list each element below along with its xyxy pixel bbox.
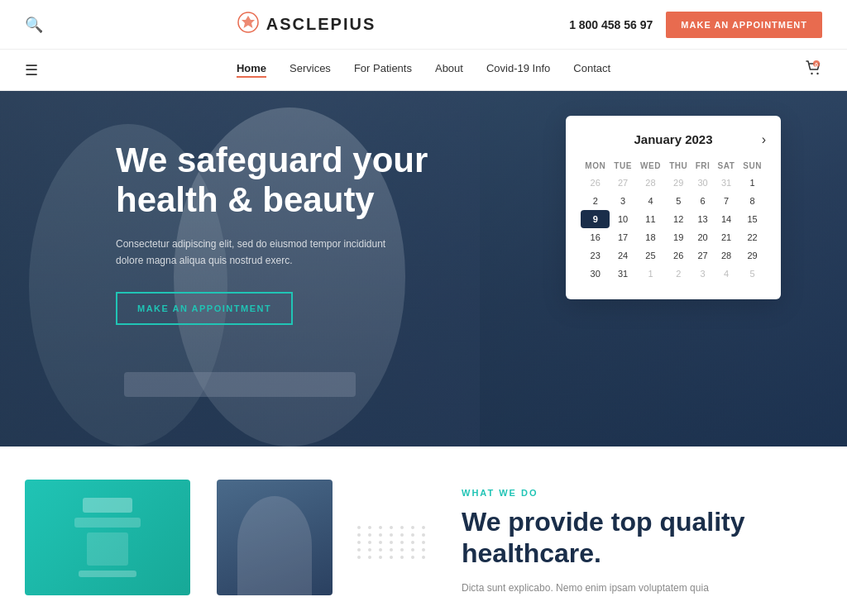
hamburger-icon[interactable]: ☰ xyxy=(25,61,38,79)
calendar-day[interactable]: 17 xyxy=(610,228,635,246)
calendar-day[interactable]: 3 xyxy=(691,265,714,283)
dot xyxy=(368,526,371,529)
calendar-week-row: 23242526272829 xyxy=(581,246,766,265)
dot xyxy=(357,556,361,559)
calendar-day[interactable]: 6 xyxy=(691,192,714,210)
dot xyxy=(390,541,393,544)
dot xyxy=(379,526,382,529)
bottom-images: // will be generated by JS xyxy=(25,480,333,595)
calendar-day[interactable]: 12 xyxy=(665,210,691,228)
calendar-day[interactable]: 23 xyxy=(581,246,610,265)
calendar-next-icon[interactable]: › xyxy=(762,132,766,147)
svg-point-1 xyxy=(811,73,812,74)
calendar-day[interactable]: 4 xyxy=(636,192,665,210)
calendar-day[interactable]: 29 xyxy=(739,246,766,265)
dot xyxy=(422,526,425,529)
nav-link-about[interactable]: About xyxy=(435,62,463,78)
hero-title: We safeguard your health & beauty xyxy=(116,141,463,221)
logo-text: ASCLEPIUS xyxy=(266,15,376,34)
search-icon[interactable]: 🔍 xyxy=(25,16,43,34)
calendar-day[interactable]: 22 xyxy=(739,228,766,246)
calendar-week-row: 303112345 xyxy=(581,265,766,283)
day-header-thu: THU xyxy=(665,158,691,174)
calendar-day[interactable]: 29 xyxy=(665,174,691,192)
calendar-day[interactable]: 4 xyxy=(714,265,739,283)
dot xyxy=(390,533,393,537)
calendar-week-row: 2345678 xyxy=(581,192,766,210)
cart-icon[interactable]: 0 xyxy=(804,59,822,81)
dot xyxy=(411,548,414,552)
calendar-grid: MON TUE WED THU FRI SAT SUN 262728293031… xyxy=(581,158,766,283)
calendar-day[interactable]: 31 xyxy=(714,174,739,192)
calendar-day[interactable]: 3 xyxy=(610,192,635,210)
calendar-day[interactable]: 21 xyxy=(714,228,739,246)
day-header-tue: TUE xyxy=(610,158,635,174)
calendar-day[interactable]: 15 xyxy=(739,210,766,228)
calendar-day[interactable]: 7 xyxy=(714,192,739,210)
dot xyxy=(390,556,393,559)
calendar-day[interactable]: 20 xyxy=(691,228,714,246)
dot xyxy=(379,556,382,559)
calendar-day[interactable]: 10 xyxy=(610,210,635,228)
calendar-day[interactable]: 30 xyxy=(581,265,610,283)
calendar-day[interactable]: 31 xyxy=(610,265,635,283)
calendar-day[interactable]: 27 xyxy=(691,246,714,265)
dot xyxy=(357,548,361,552)
calendar-card: January 2023 › MON TUE WED THU FRI SAT S… xyxy=(566,116,781,299)
calendar-header: January 2023 › xyxy=(581,132,766,146)
calendar-day[interactable]: 28 xyxy=(636,174,665,192)
calendar-day[interactable]: 13 xyxy=(691,210,714,228)
calendar-day[interactable]: 26 xyxy=(581,174,610,192)
dot xyxy=(422,533,425,537)
calendar-day[interactable]: 5 xyxy=(739,265,766,283)
header-appointment-button[interactable]: MAKE AN APPOINTMENT xyxy=(666,12,822,38)
header: 🔍 ASCLEPIUS 1 800 458 56 97 MAKE AN APPO… xyxy=(0,0,847,50)
calendar-day[interactable]: 25 xyxy=(636,246,665,265)
calendar-day[interactable]: 2 xyxy=(581,192,610,210)
calendar-day[interactable]: 18 xyxy=(636,228,665,246)
nav-link-contact[interactable]: Contact xyxy=(573,62,610,78)
svg-text:0: 0 xyxy=(815,62,818,68)
day-header-mon: MON xyxy=(581,158,610,174)
calendar-day[interactable]: 27 xyxy=(610,174,635,192)
day-header-sat: SAT xyxy=(714,158,739,174)
dots-pattern xyxy=(357,526,428,559)
calendar-day[interactable]: 5 xyxy=(665,192,691,210)
nav-links: Home Services For Patients About Covid-1… xyxy=(237,62,610,78)
calendar-day[interactable]: 8 xyxy=(739,192,766,210)
calendar-day[interactable]: 1 xyxy=(636,265,665,283)
dot xyxy=(422,541,425,544)
dot xyxy=(422,548,425,552)
calendar-day[interactable]: 26 xyxy=(665,246,691,265)
calendar-day[interactable]: 28 xyxy=(714,246,739,265)
calendar-title: January 2023 xyxy=(634,132,712,146)
calendar-day[interactable]: 11 xyxy=(636,210,665,228)
calendar-day[interactable]: 24 xyxy=(610,246,635,265)
calendar-day[interactable]: 9 xyxy=(581,210,610,228)
nav-link-home[interactable]: Home xyxy=(237,62,266,78)
day-header-wed: WED xyxy=(636,158,665,174)
phone-number: 1 800 458 56 97 xyxy=(569,18,653,31)
calendar-day[interactable]: 16 xyxy=(581,228,610,246)
calendar-day[interactable]: 14 xyxy=(714,210,739,228)
calendar-day[interactable]: 2 xyxy=(665,265,691,283)
calendar-day[interactable]: 30 xyxy=(691,174,714,192)
dot xyxy=(357,533,361,537)
calendar-day[interactable]: 1 xyxy=(739,174,766,192)
bottom-section: // will be generated by JS WHAT WE DO We… xyxy=(0,446,847,616)
image-box-2 xyxy=(217,480,333,595)
nav-link-services[interactable]: Services xyxy=(290,62,331,78)
calendar-day[interactable]: 19 xyxy=(665,228,691,246)
dot xyxy=(411,556,414,559)
dot xyxy=(400,541,404,544)
provide-description: Dicta sunt explicabo. Nemo enim ipsam vo… xyxy=(462,580,759,596)
nav-link-for-patients[interactable]: For Patients xyxy=(354,62,412,78)
hero-description: Consectetur adipiscing elit, sed do eius… xyxy=(116,236,405,270)
calendar-week-row: 9101112131415 xyxy=(581,210,766,228)
dot xyxy=(379,541,382,544)
nav-link-covid[interactable]: Covid-19 Info xyxy=(486,62,550,78)
calendar-week-row: 2627282930311 xyxy=(581,174,766,192)
dot xyxy=(357,526,361,529)
logo-icon xyxy=(237,11,260,39)
hero-cta-button[interactable]: MAKE AN APPOINTMENT xyxy=(116,292,293,325)
